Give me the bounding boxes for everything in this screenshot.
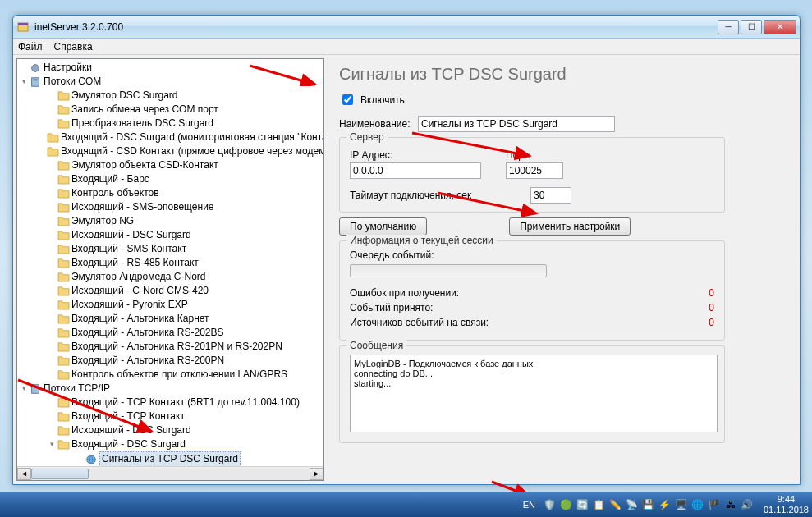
tray-icon[interactable]: 🖥️: [675, 498, 688, 511]
tree-item[interactable]: Эмулятор NG: [19, 214, 322, 228]
node-icon: [29, 76, 42, 88]
server-legend: Сервер: [346, 131, 388, 143]
titlebar[interactable]: inetServer 3.2.0.700 ─ ☐ ✕: [13, 16, 800, 39]
minimize-button[interactable]: ─: [718, 20, 739, 34]
tree-item[interactable]: Входящий - Альтоника RS-202BS: [19, 326, 322, 340]
queue-progress: [350, 264, 547, 277]
tree-item[interactable]: Входящий - Барс: [19, 172, 322, 186]
language-indicator[interactable]: EN: [523, 500, 535, 510]
tree-item[interactable]: Эмулятор DSC Surgard: [19, 89, 322, 103]
expander-icon[interactable]: ▾: [19, 382, 29, 396]
port-label: Порт:: [506, 149, 563, 161]
tray-icon[interactable]: ⚡: [658, 498, 672, 511]
tree-item[interactable]: Входящий - SMS Контакт: [19, 242, 322, 256]
tree-item-label: Эмулятор DSC Surgard: [71, 89, 178, 103]
expander-icon[interactable]: ▾: [19, 75, 29, 89]
tree-item-label: Входящий - Альтоника RS-202BS: [71, 326, 224, 340]
ip-input[interactable]: [350, 162, 481, 179]
menu-help[interactable]: Справка: [54, 41, 93, 53]
tray-icon[interactable]: 🔄: [576, 498, 590, 511]
tree-item[interactable]: Исходящий - SMS-оповещение: [19, 200, 322, 214]
tray-icon[interactable]: 🏴: [708, 498, 721, 511]
app-icon: [16, 21, 30, 34]
folder-icon: [57, 286, 70, 297]
tree-item-label: Входящий - Барс: [71, 172, 149, 186]
tray-icon[interactable]: 📡: [626, 498, 639, 511]
tree-item[interactable]: ▾Потоки TCP/IP: [19, 382, 322, 396]
folder-icon: [57, 244, 70, 255]
name-input[interactable]: [418, 116, 615, 132]
tree-item[interactable]: Контроль объектов при отключении LAN/GPR…: [19, 368, 322, 382]
tray-icon[interactable]: 🌐: [691, 498, 704, 511]
tree-item[interactable]: Контроль объектов: [19, 186, 322, 200]
menu-file[interactable]: Файл: [18, 41, 43, 53]
close-button[interactable]: ✕: [764, 20, 796, 34]
folder-icon: [57, 425, 70, 437]
tray-icon[interactable]: 💾: [642, 498, 655, 511]
tree-item[interactable]: Исходящий - DSC Surgard: [19, 423, 322, 437]
tray-icon[interactable]: ✏️: [609, 498, 622, 511]
port-input[interactable]: [506, 162, 563, 179]
tree-item[interactable]: Эмулятор Андромеда C-Nord: [19, 270, 322, 284]
enable-checkbox[interactable]: [342, 94, 353, 105]
tray-icon[interactable]: 🖧: [724, 498, 737, 511]
folder-icon: [57, 104, 70, 116]
tree-item-label: Эмулятор NG: [71, 214, 134, 228]
events-label: Событий принято:: [350, 302, 433, 313]
tree-item[interactable]: Исходящий - C-Nord CMS-420: [19, 284, 322, 298]
tree-item[interactable]: Сигналы из TCP DSC Surgard: [19, 451, 322, 467]
tree-item[interactable]: Исходящий - DSC Surgard: [19, 228, 322, 242]
folder-icon: [57, 369, 70, 381]
folder-icon: [57, 411, 70, 423]
horizontal-scrollbar[interactable]: ◄ ►: [17, 466, 323, 480]
tree-item[interactable]: ▾Потоки COM: [19, 75, 322, 89]
tree-panel[interactable]: Настройки▾Потоки COMЭмулятор DSC Surgard…: [16, 58, 324, 481]
tree-item[interactable]: Настройки: [19, 61, 322, 75]
maximize-button[interactable]: ☐: [741, 20, 762, 34]
name-label: Наименование:: [339, 118, 413, 130]
svg-rect-5: [32, 384, 39, 393]
tree-item[interactable]: Входящий - RS-485 Контакт: [19, 256, 322, 270]
tree-item[interactable]: Входящий - Альтоника Карнет: [19, 312, 322, 326]
tray-icon[interactable]: 📋: [593, 498, 606, 511]
tree-item[interactable]: Входящий - TCP Контакт (5RT1 до rev.11.0…: [19, 396, 322, 409]
taskbar-clock[interactable]: 9:44 01.11.2018: [764, 494, 809, 515]
folder-icon: [57, 90, 70, 102]
tray-icon[interactable]: 🛡️: [544, 498, 557, 511]
volume-icon[interactable]: 🔊: [741, 498, 754, 511]
folder-icon: [57, 202, 70, 213]
tree-item[interactable]: Исходящий - Pyronix EXP: [19, 298, 322, 312]
session-group: Информация о текущей сессии Очередь собы…: [339, 240, 725, 341]
taskbar[interactable]: EN 🛡️ 🟢 🔄 📋 ✏️ 📡 💾 ⚡ 🖥️ 🌐 🏴 🖧 🔊 9:44 01.…: [0, 492, 812, 517]
default-button[interactable]: По умолчанию: [339, 217, 427, 236]
tree-item[interactable]: Входящий - DSC Surgard (мониторинговая с…: [19, 130, 322, 144]
tree-item[interactable]: Входящий - Альтоника RS-200PN: [19, 354, 322, 368]
scroll-left-button[interactable]: ◄: [17, 468, 31, 480]
tree-item-label: Исходящий - DSC Surgard: [71, 228, 191, 242]
svg-point-2: [32, 64, 39, 71]
scroll-thumb[interactable]: [31, 469, 89, 479]
tree-item[interactable]: Входящий - CSD Контакт (прямое цифровое …: [19, 144, 322, 158]
tree-item[interactable]: Входящий - Альтоника RS-201PN и RS-202PN: [19, 340, 322, 354]
tree-item-label: Контроль объектов при отключении LAN/GPR…: [71, 368, 287, 382]
tree-item-label: Эмулятор объекта CSD-Контакт: [71, 158, 218, 172]
messages-box[interactable]: [350, 355, 718, 432]
expander-icon[interactable]: ▾: [47, 437, 57, 451]
messages-group: Сообщения: [339, 345, 725, 443]
tree-item[interactable]: Запись обмена через COM порт: [19, 103, 322, 117]
tree-item[interactable]: Входящий - TCP Контакт: [19, 409, 322, 423]
tree-item-label: Исходящий - DSC Surgard: [71, 423, 191, 437]
tray-icon[interactable]: 🟢: [560, 498, 573, 511]
timeout-input[interactable]: [530, 187, 571, 204]
tree-item[interactable]: ▾Входящий - DSC Surgard: [19, 437, 322, 451]
tree-item[interactable]: Эмулятор объекта CSD-Контакт: [19, 158, 322, 172]
tree-item-label: Входящий - DSC Surgard (мониторинговая с…: [61, 130, 324, 144]
apply-button[interactable]: Применить настройки: [509, 217, 631, 236]
svg-rect-6: [33, 386, 37, 387]
tree-item-label: Входящий - RS-485 Контакт: [71, 256, 199, 270]
tree-item[interactable]: Преобразователь DSC Surgard: [19, 117, 322, 130]
system-tray: 🛡️ 🟢 🔄 📋 ✏️ 📡 💾 ⚡ 🖥️ 🌐 🏴 🖧 🔊: [544, 498, 754, 511]
tree-item-label: Исходящий - Pyronix EXP: [71, 298, 188, 312]
server-group: Сервер IP Адрес: Порт: Таймаут подключен…: [339, 137, 725, 213]
scroll-right-button[interactable]: ►: [310, 468, 323, 480]
